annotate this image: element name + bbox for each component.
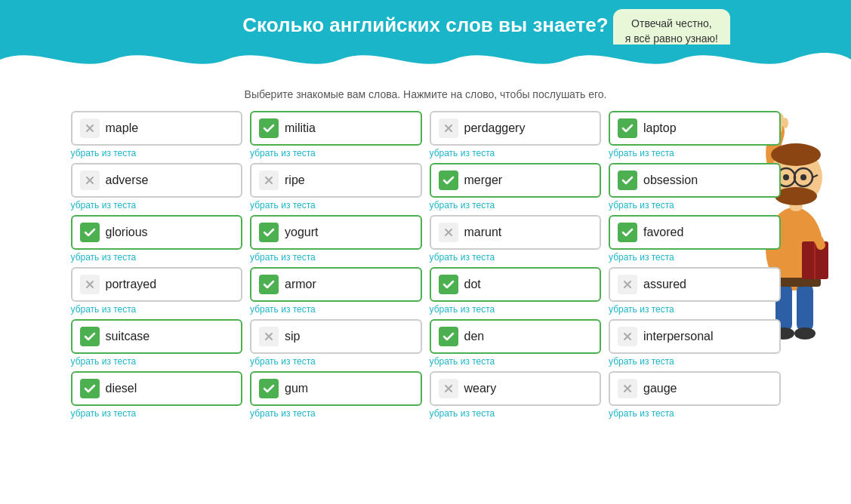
word-cell: armor убрать из теста: [250, 267, 422, 315]
remove-link[interactable]: убрать из теста: [609, 252, 781, 263]
word-cell: yogurt убрать из теста: [250, 215, 422, 263]
word-box[interactable]: weary: [430, 371, 602, 406]
word-text: yogurt: [285, 226, 318, 239]
header: Сколько английских слов вы знаете? Отвеч…: [0, 0, 851, 75]
uncheck-icon: [618, 327, 637, 346]
remove-link[interactable]: убрать из теста: [609, 148, 781, 158]
word-cell: favored убрать из теста: [609, 215, 781, 263]
svg-point-21: [800, 174, 806, 180]
uncheck-icon: [259, 171, 279, 190]
check-icon: [618, 171, 637, 190]
remove-link[interactable]: убрать из теста: [609, 356, 781, 367]
uncheck-icon: [80, 118, 100, 138]
word-box[interactable]: ripe: [250, 163, 422, 198]
remove-link[interactable]: убрать из теста: [430, 148, 602, 158]
remove-link[interactable]: убрать из теста: [71, 252, 243, 263]
remove-link[interactable]: убрать из теста: [250, 356, 422, 367]
word-box[interactable]: favored: [609, 215, 781, 250]
remove-link[interactable]: убрать из теста: [250, 408, 422, 419]
remove-link[interactable]: убрать из теста: [430, 408, 602, 419]
remove-link[interactable]: убрать из теста: [71, 148, 243, 158]
word-box[interactable]: yogurt: [250, 215, 422, 250]
word-box[interactable]: militia: [250, 111, 422, 146]
word-cell: maple убрать из теста: [71, 111, 243, 158]
remove-link[interactable]: убрать из теста: [250, 252, 422, 263]
word-text: armor: [285, 278, 316, 291]
word-cell: dot убрать из теста: [430, 267, 602, 315]
subtitle-text: Выберите знакомые вам слова. Нажмите на …: [71, 88, 781, 100]
word-cell: militia убрать из теста: [250, 111, 422, 158]
remove-link[interactable]: убрать из теста: [71, 200, 243, 211]
word-box[interactable]: portrayed: [71, 267, 243, 302]
check-icon: [259, 275, 279, 294]
word-text: favored: [643, 226, 683, 239]
word-box[interactable]: glorious: [71, 215, 243, 250]
word-box[interactable]: suitcase: [71, 319, 243, 354]
check-icon: [259, 223, 279, 242]
word-box[interactable]: interpersonal: [609, 319, 781, 354]
svg-point-16: [794, 168, 812, 186]
uncheck-icon: [439, 379, 458, 398]
word-text: maple: [106, 121, 139, 135]
word-cell: glorious убрать из теста: [71, 215, 243, 263]
remove-link[interactable]: убрать из теста: [430, 200, 602, 211]
remove-link[interactable]: убрать из теста: [430, 252, 602, 263]
check-icon: [80, 223, 100, 242]
word-box[interactable]: gauge: [609, 371, 781, 406]
word-cell: gum убрать из теста: [250, 371, 422, 419]
word-box[interactable]: armor: [250, 267, 422, 302]
uncheck-icon: [259, 327, 279, 346]
svg-line-19: [812, 175, 818, 177]
word-cell: laptop убрать из теста: [609, 111, 781, 158]
remove-link[interactable]: убрать из теста: [250, 200, 422, 211]
word-text: laptop: [643, 121, 677, 135]
word-cell: obsession убрать из теста: [609, 163, 781, 211]
word-box[interactable]: perdaggery: [430, 111, 602, 146]
word-box[interactable]: gum: [250, 371, 422, 406]
check-icon: [439, 275, 458, 294]
word-box[interactable]: marunt: [430, 215, 602, 250]
word-box[interactable]: obsession: [609, 163, 781, 198]
check-icon: [259, 379, 279, 398]
uncheck-icon: [439, 118, 458, 138]
word-box[interactable]: merger: [430, 163, 602, 198]
check-icon: [618, 223, 637, 242]
bubble-text-line2: я всё равно узнаю!: [625, 32, 718, 45]
word-text: suitcase: [106, 330, 150, 343]
word-box[interactable]: assured: [609, 267, 781, 302]
remove-link[interactable]: убрать из теста: [609, 304, 781, 315]
word-box[interactable]: diesel: [71, 371, 243, 406]
word-text: interpersonal: [643, 330, 714, 343]
remove-link[interactable]: убрать из теста: [609, 200, 781, 211]
word-box[interactable]: adverse: [71, 163, 243, 198]
word-text: diesel: [106, 382, 137, 395]
word-text: sip: [285, 330, 300, 343]
word-box[interactable]: dot: [430, 267, 602, 302]
word-text: adverse: [106, 174, 149, 187]
word-cell: perdaggery убрать из теста: [430, 111, 602, 158]
remove-link[interactable]: убрать из теста: [609, 408, 781, 419]
remove-link[interactable]: убрать из теста: [250, 304, 422, 315]
check-icon: [618, 118, 637, 138]
check-icon: [80, 327, 100, 346]
word-box[interactable]: sip: [250, 319, 422, 354]
remove-link[interactable]: убрать из теста: [430, 356, 602, 367]
word-box[interactable]: den: [430, 319, 602, 354]
remove-link[interactable]: убрать из теста: [71, 304, 243, 315]
word-text: portrayed: [106, 278, 157, 291]
word-text: assured: [643, 278, 686, 291]
uncheck-icon: [618, 275, 637, 294]
remove-link[interactable]: убрать из теста: [71, 408, 243, 419]
word-cell: weary убрать из теста: [430, 371, 602, 419]
uncheck-icon: [80, 275, 100, 294]
word-text: merger: [464, 174, 503, 187]
word-cell: gauge убрать из теста: [609, 371, 781, 419]
svg-point-9: [794, 327, 816, 340]
word-box[interactable]: maple: [71, 111, 243, 146]
remove-link[interactable]: убрать из теста: [430, 304, 602, 315]
remove-link[interactable]: убрать из теста: [71, 356, 243, 367]
word-box[interactable]: laptop: [609, 111, 781, 146]
word-cell: assured убрать из теста: [609, 267, 781, 315]
remove-link[interactable]: убрать из теста: [250, 148, 422, 158]
check-icon: [259, 118, 279, 138]
